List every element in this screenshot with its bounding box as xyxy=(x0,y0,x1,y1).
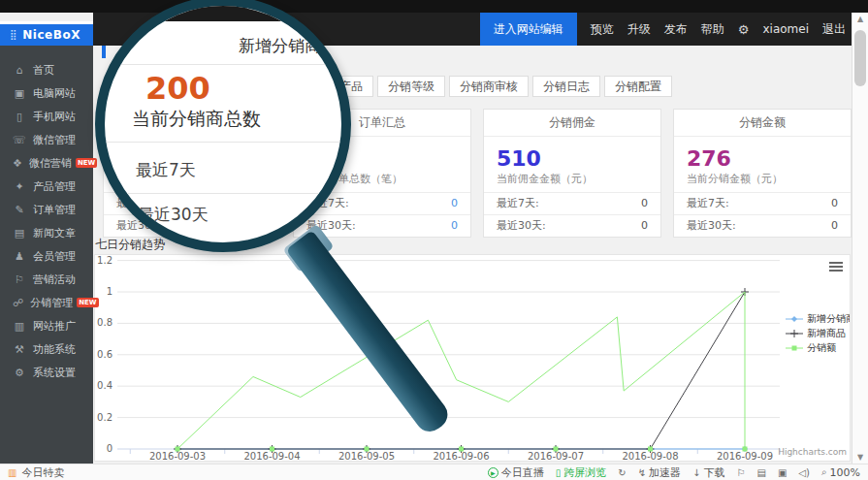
status-tool[interactable]: ⚐ xyxy=(736,467,745,478)
svg-text:0.2: 0.2 xyxy=(97,412,113,423)
sidebar-item-wechat-marketing[interactable]: ❖微信营销NEW xyxy=(0,151,93,175)
printer-icon: ▤ xyxy=(756,467,765,478)
stat-value[interactable]: 0 xyxy=(451,215,458,237)
cross-screen-icon: ▯ xyxy=(556,467,562,478)
sidebar-item-news[interactable]: ▤新闻文章 xyxy=(0,221,93,244)
status-tool[interactable]: ▣ xyxy=(778,467,787,478)
status-tool[interactable]: ↻ xyxy=(618,467,626,478)
tab-3[interactable]: 分销商审核 xyxy=(449,76,529,97)
refresh-icon: ↻ xyxy=(618,467,626,478)
status-tool[interactable]: ↓下载 xyxy=(692,465,724,480)
status-tool[interactable]: ▯跨屏浏览 xyxy=(556,465,607,480)
magnified-caption: 当前分销商总数 xyxy=(132,107,261,132)
sidebar-item-label: 微信营销 xyxy=(29,156,72,171)
status-tool[interactable]: ▤ xyxy=(756,467,765,478)
tab-2[interactable]: 分销等级 xyxy=(377,76,445,97)
stat-value[interactable]: 0 xyxy=(451,193,458,214)
logo-text: NiceBoX xyxy=(22,28,80,42)
logo-bar: ⣿ NiceBoX xyxy=(0,24,93,46)
scroll-up-arrow[interactable]: ▲ xyxy=(852,15,868,23)
preview-link[interactable]: 预览 xyxy=(591,21,614,38)
card-stat-row: 最近7天:0 xyxy=(674,192,851,214)
magnified-card-title: 新增分销商 xyxy=(239,35,321,57)
status-tool[interactable]: ↯加速器 xyxy=(638,465,681,480)
svg-text:0.6: 0.6 xyxy=(97,349,113,360)
speaker-icon: ◁) xyxy=(798,467,810,478)
scroll-down-arrow[interactable]: ▼ xyxy=(852,453,868,462)
scrollbar-thumb[interactable] xyxy=(854,30,866,86)
stat-value[interactable]: 0 xyxy=(831,215,838,237)
monitor-icon: ▣ xyxy=(13,87,26,100)
card-caption: 当前分销金额（元） xyxy=(674,170,851,192)
sidebar-item-label: 新闻文章 xyxy=(33,226,76,240)
username[interactable]: xiaomei xyxy=(762,22,809,36)
gear-icon[interactable]: ⚙ xyxy=(738,22,750,37)
sidebar-item-distribution[interactable]: ☍分销管理NEW xyxy=(0,291,93,314)
today-sale-item[interactable]: ▥ 今日特卖 xyxy=(8,465,64,480)
home-icon: ⌂ xyxy=(13,64,26,77)
svg-text:新增商品: 新增商品 xyxy=(807,328,846,338)
status-tool-label: 加速器 xyxy=(649,465,681,480)
tab-4[interactable]: 分销日志 xyxy=(532,76,600,97)
status-tool-label: 下载 xyxy=(703,465,724,480)
sidebar-item-function[interactable]: ⚒功能系统 xyxy=(0,337,93,361)
sidebar-item-product[interactable]: ✦产品管理 xyxy=(0,175,93,198)
stat-value[interactable]: 0 xyxy=(831,193,838,214)
sidebar-item-marketing[interactable]: ⚐营销活动 xyxy=(0,268,93,291)
live-play-icon: ▶ xyxy=(488,467,498,478)
magnifier-lens: 新增分销商 200 当前分销商总数 最近7天 最近30天 xyxy=(95,0,351,252)
chart-card: 00.20.40.60.811.22016-09-032016-09-04201… xyxy=(94,254,851,462)
toolbox-icon: ⚒ xyxy=(13,343,26,356)
divider xyxy=(105,193,341,194)
stat-value[interactable]: 0 xyxy=(641,215,648,237)
status-bar: ▥ 今日特卖 ▶今日直播▯跨屏浏览↻↯加速器↓下载⚐▤▣◁)⌕100% xyxy=(0,464,868,480)
tab-5[interactable]: 分销配置 xyxy=(604,76,672,97)
divider xyxy=(105,142,341,143)
magnified-row-7days: 最近7天 xyxy=(136,159,196,181)
card-title: 分销佣金 xyxy=(484,110,660,137)
card-stat-row: 最近7天:0 xyxy=(484,192,660,214)
svg-text:0.8: 0.8 xyxy=(97,317,113,328)
new-badge: NEW xyxy=(76,158,97,168)
card-stat-row: 最近30天:0 xyxy=(674,214,851,237)
sidebar-item-label: 系统设置 xyxy=(33,366,76,380)
upgrade-link[interactable]: 升级 xyxy=(627,21,651,38)
sidebar-item-mobile-site[interactable]: ▯手机网站 xyxy=(0,105,93,128)
stat-label: 最近30天: xyxy=(497,215,546,237)
sidebar-item-label: 产品管理 xyxy=(33,179,76,194)
sidebar-item-label: 首页 xyxy=(33,63,54,78)
summary-card: 分销金额276当前分销金额（元）最近7天:0最近30天:0 xyxy=(673,109,852,238)
svg-text:0.4: 0.4 xyxy=(97,380,113,391)
phone-icon: ▯ xyxy=(13,111,26,123)
status-tool[interactable]: ⌕100% xyxy=(821,466,860,479)
card-value: 276 xyxy=(674,137,851,170)
sidebar-item-label: 电脑网站 xyxy=(33,86,76,101)
sidebar-item-home[interactable]: ⌂首页 xyxy=(0,58,93,81)
sidebar-item-label: 网站推广 xyxy=(33,319,76,334)
sidebar-item-wechat[interactable]: ☏微信管理 xyxy=(0,128,93,151)
gamepad-icon: ❖ xyxy=(13,157,22,170)
gear-icon: ⚙ xyxy=(13,367,26,379)
page-scrollbar[interactable]: ▲ ▼ xyxy=(852,13,868,464)
sidebar-item-order[interactable]: ✎订单管理 xyxy=(0,198,93,221)
flag-icon: ⚐ xyxy=(736,467,745,478)
sidebar-item-label: 分销管理 xyxy=(30,296,73,310)
sidebar-item-promotion[interactable]: ▥网站推广 xyxy=(0,314,93,337)
sidebar-item-settings[interactable]: ⚙系统设置 xyxy=(0,361,93,384)
publish-link[interactable]: 发布 xyxy=(664,21,688,38)
svg-text:2016-09-09: 2016-09-09 xyxy=(717,451,773,461)
status-tool[interactable]: ▶今日直播 xyxy=(488,465,544,480)
stat-value[interactable]: 0 xyxy=(641,193,648,214)
help-link[interactable]: 帮助 xyxy=(701,21,724,38)
sidebar-item-member[interactable]: ♟会员管理 xyxy=(0,244,93,268)
sidebar-item-label: 订单管理 xyxy=(33,203,76,217)
enter-site-edit-button[interactable]: 进入网站编辑 xyxy=(480,13,577,46)
sidebar: ⌂首页▣电脑网站▯手机网站☏微信管理❖微信营销NEW✦产品管理✎订单管理▤新闻文… xyxy=(0,46,93,464)
chart-title: 七日分销趋势 xyxy=(95,237,165,253)
logout-link[interactable]: 退出 xyxy=(822,21,846,38)
download-icon: ↓ xyxy=(692,467,700,478)
app-grid-icon[interactable]: ⣿ xyxy=(10,30,16,40)
person-icon: ♟ xyxy=(13,250,26,263)
sidebar-item-pc-site[interactable]: ▣电脑网站 xyxy=(0,81,93,105)
status-tool[interactable]: ◁) xyxy=(798,467,810,478)
